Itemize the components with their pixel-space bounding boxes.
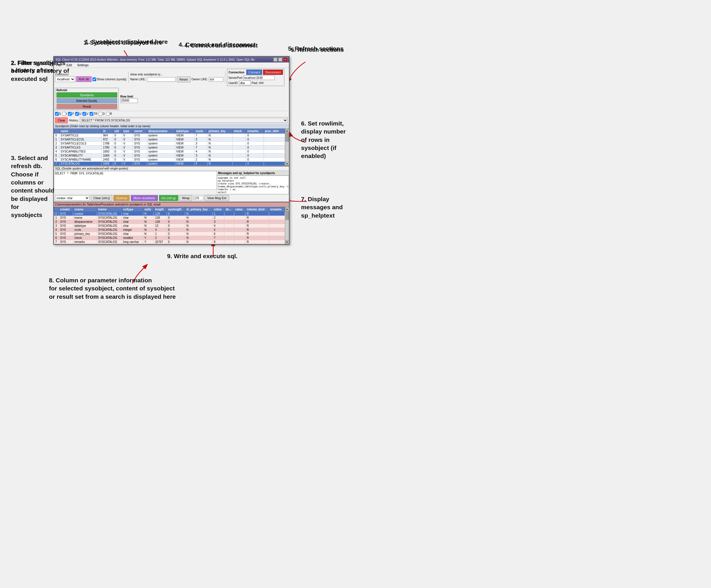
sql-toolbar: creator: char Clear (ctrl-j) Dummy More … bbox=[54, 194, 289, 202]
col-header-c-syslength[interactable]: syslength bbox=[167, 207, 185, 212]
col-header-primary-key[interactable]: primary_key bbox=[207, 129, 232, 134]
result-button[interactable]: Result bbox=[57, 104, 117, 109]
col-header-c-default[interactable]: de... bbox=[224, 207, 234, 212]
col-header-proc-defn[interactable]: proc_defn bbox=[264, 129, 285, 134]
selected-sysobj-button[interactable]: Selected Sysobj. bbox=[57, 98, 117, 103]
table-row[interactable]: 4 SYSCAPABILITIES 1893 0 V SYS system VI… bbox=[54, 150, 285, 154]
checkbox-i[interactable] bbox=[62, 112, 66, 116]
scroll-thumb[interactable] bbox=[285, 133, 289, 142]
table-row[interactable]: 7 SYS remarks SYSCATALOG long varchar Y … bbox=[54, 240, 285, 244]
col-header-uid[interactable]: uid bbox=[113, 129, 122, 134]
checkbox-s-group[interactable]: S bbox=[55, 112, 61, 116]
minimize-button[interactable]: _ bbox=[273, 58, 277, 62]
table-row[interactable]: 0 SYS creator SYSCATALOG char N 128 0 N … bbox=[54, 212, 285, 216]
col-header-id[interactable]: id bbox=[102, 129, 113, 134]
owner-like-input[interactable] bbox=[209, 77, 223, 82]
server-port-input[interactable] bbox=[243, 75, 275, 80]
table-row[interactable]: 5 SYS primary_key SYSCATALOG char N 1 0 … bbox=[54, 232, 285, 236]
table-row[interactable]: 2 SYSARTICLECOLS 1788 0 V SYS system VIE… bbox=[54, 142, 285, 145]
ann-4-text: 4. Connect and disconnect bbox=[179, 41, 256, 48]
checkbox-u-group[interactable]: U bbox=[75, 112, 81, 116]
row-limit-input[interactable] bbox=[121, 98, 138, 103]
table-row[interactable]: 1 SYSARTICLECOL 972 0 V SYS system VIEW … bbox=[54, 138, 285, 142]
col-header-owner[interactable]: owner bbox=[133, 129, 147, 134]
checkbox-tr[interactable] bbox=[90, 112, 93, 116]
server-port-label: ServerPort bbox=[229, 76, 242, 80]
col-header-num[interactable] bbox=[54, 129, 60, 134]
wrap-button[interactable]: Wrap bbox=[179, 195, 192, 201]
sql-textarea[interactable]: SELECT * FROM SYS.SYSCATALOG bbox=[54, 171, 217, 190]
clear-sql-button[interactable]: Clear (ctrl-j) bbox=[91, 195, 112, 201]
menu-bar: File Edit Settings bbox=[54, 63, 289, 68]
col-header-c-cname[interactable]: cname bbox=[73, 207, 97, 212]
show-columns-checkbox[interactable] bbox=[92, 77, 96, 81]
col-header-name[interactable]: name bbox=[59, 129, 102, 134]
table-row[interactable]: 6 SYSCAPABILITYNAME 2455 0 V SYS system … bbox=[54, 158, 285, 162]
scroll-down-button[interactable]: ▼ bbox=[285, 162, 289, 166]
table-row[interactable]: 0 SYSARTICLE 964 0 V SYS system VIEW 7 N… bbox=[54, 134, 285, 138]
col-scroll-up-button[interactable]: ▲ bbox=[285, 207, 289, 211]
sql-area-row: SELECT * FROM SYS.SYSCATALOG Messages an… bbox=[54, 171, 289, 194]
more-resultsets-button[interactable]: More resultsets bbox=[131, 195, 157, 201]
col-scroll-down-button[interactable]: ▼ bbox=[285, 240, 289, 244]
checkbox-tr-group[interactable]: TR bbox=[90, 112, 98, 116]
refresh-box: Refresh Sysobjects Selected Sysobj. Resu… bbox=[55, 88, 119, 110]
checkbox-d-group[interactable]: D bbox=[99, 112, 105, 116]
clear-button[interactable]: Clear bbox=[55, 117, 68, 123]
maximize-button[interactable]: □ bbox=[278, 58, 282, 62]
checkbox-v[interactable] bbox=[82, 112, 86, 116]
col-header-tabletype[interactable]: tabletype bbox=[175, 129, 194, 134]
checkbox-i-label: I bbox=[66, 112, 67, 115]
col-header-check[interactable]: check bbox=[232, 129, 246, 134]
close-button[interactable]: ✕ bbox=[283, 58, 287, 62]
col-header-c-value[interactable]: value bbox=[234, 207, 245, 212]
name-like-input[interactable] bbox=[147, 77, 176, 82]
table-row[interactable]: 1 SYS tname SYSCATALOG char N 128 0 N 2 … bbox=[54, 216, 285, 220]
view-msg-ext-button[interactable]: View Msg Ext bbox=[204, 195, 229, 201]
col-header-c-nulls[interactable]: nulls bbox=[143, 207, 154, 212]
history-select[interactable]: SELECT * FROM SYS.SYSCATALOG bbox=[80, 118, 288, 123]
col-header-c-coltype[interactable]: coltype bbox=[122, 207, 143, 212]
table-row[interactable]: 6 SYS check SYSCATALOG smallint Y 2 0 N … bbox=[54, 236, 285, 240]
checkbox-r[interactable] bbox=[106, 112, 110, 116]
go-button[interactable]: Go (ctrl-g) bbox=[159, 195, 179, 201]
wrap-value-input[interactable] bbox=[193, 196, 203, 200]
checkbox-s[interactable] bbox=[55, 112, 59, 116]
checkbox-v-group[interactable]: V bbox=[82, 112, 88, 116]
scroll-up-button[interactable]: ▲ bbox=[285, 129, 289, 133]
connect-button[interactable]: Connect bbox=[246, 70, 262, 75]
col-header-dbspacename[interactable]: dbspacename bbox=[147, 129, 175, 134]
connection-box: Connection Connect Disconnect ServerPort… bbox=[227, 69, 284, 86]
ann-6-text: 6. Set rowlimit,display numberof rows in… bbox=[301, 119, 373, 160]
col-header-c-length[interactable]: length bbox=[154, 207, 167, 212]
table-row[interactable]: 3 SYSARTICLES 1780 0 V SYS system VIEW 7… bbox=[54, 145, 285, 150]
reset-button[interactable]: Reset bbox=[177, 76, 190, 82]
col-scroll-thumb[interactable] bbox=[285, 211, 289, 220]
checkbox-u[interactable] bbox=[75, 112, 79, 116]
show-columns-checkbox-group[interactable]: Show columns (sysobj) bbox=[92, 77, 127, 81]
dummy-button[interactable]: Dummy bbox=[113, 195, 130, 201]
col-scroll-track bbox=[285, 211, 289, 240]
col-header-type[interactable]: type bbox=[122, 129, 133, 134]
col-header-c-colno[interactable]: colno bbox=[213, 207, 224, 212]
pwd-label: Pwd: bbox=[252, 82, 258, 85]
checkbox-r-group[interactable]: R bbox=[106, 112, 112, 116]
checkbox-p-group[interactable]: P bbox=[68, 112, 74, 116]
checkbox-i-group[interactable]: I bbox=[62, 112, 67, 116]
userid-input[interactable] bbox=[239, 81, 251, 85]
col-header-c-remarks[interactable]: remarks bbox=[269, 207, 285, 212]
col-header-c-in-primary-key[interactable]: in_primary_key bbox=[185, 207, 213, 212]
col-header-ncols[interactable]: ncols bbox=[194, 129, 208, 134]
col-header-remarks[interactable]: remarks bbox=[246, 129, 264, 134]
checkbox-d[interactable] bbox=[99, 112, 102, 116]
sysobjects-button[interactable]: Sysobjects bbox=[57, 92, 117, 97]
disconnect-button[interactable]: Disconnect bbox=[263, 70, 283, 75]
table-row[interactable]: 2 SYS dbspacename SYSCATALOG char N 128 … bbox=[54, 220, 285, 224]
table-row[interactable]: 3 SYS tabletype SYSCATALOG char N 13 0 N… bbox=[54, 224, 285, 228]
col-header-c-tname[interactable]: tname bbox=[97, 207, 122, 212]
table-row[interactable]: 7 SYSCATALOG 1658 0 V SYS system VIEW 9 … bbox=[54, 162, 285, 166]
table-row[interactable]: 5 SYSCAPABILITY 1069 0 V SYS system VIEW… bbox=[54, 154, 285, 158]
checkbox-p[interactable] bbox=[68, 112, 72, 116]
table-row[interactable]: 4 SYS ncols SYSCATALOG integer N 4 0 N 5… bbox=[54, 228, 285, 232]
col-header-c-column-kind[interactable]: column_kind bbox=[245, 207, 269, 212]
